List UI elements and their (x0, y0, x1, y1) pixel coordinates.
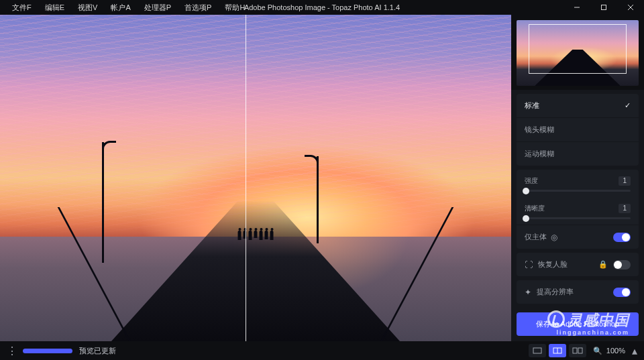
toggle-label: 提高分辨率 (537, 287, 574, 297)
preview-canvas[interactable] (0, 15, 511, 341)
svg-rect-1 (602, 5, 606, 10)
save-to-photoshop-button[interactable]: 保存 to Adobe Photoshop (517, 312, 639, 336)
subject-only-row: 仅主体 ◎ (517, 225, 639, 249)
face-detect-icon: ⛶ (525, 260, 533, 269)
zoom-control: 🔍 100% (593, 347, 625, 355)
svg-rect-7 (573, 348, 577, 353)
menu-preferences[interactable]: 首选项P (178, 0, 218, 15)
menu-processor[interactable]: 处理器P (138, 0, 178, 15)
more-menu-button[interactable]: ⋮ (7, 345, 16, 357)
recover-faces-row: ⛶ 恢复人脸 🔒 (517, 253, 639, 276)
view-split-button[interactable] (549, 344, 566, 357)
subject-only-toggle[interactable] (613, 233, 631, 242)
slider-knob[interactable] (523, 215, 529, 222)
side-panel: 标准 ✓ 镜头模糊 运动模糊 强度 1 清晰度 1 (511, 15, 644, 341)
minimize-button[interactable] (564, 0, 590, 15)
sparkle-icon: ✦ (525, 288, 531, 297)
menu-edit[interactable]: 编辑E (38, 0, 71, 15)
mode-label: 镜头模糊 (525, 125, 554, 135)
svg-rect-8 (578, 348, 582, 353)
bottom-bar: ⋮ 预览已更新 🔍 100% ▴ (0, 341, 644, 360)
navigator-viewport-frame[interactable] (529, 24, 627, 74)
navigator-thumbnail[interactable] (511, 15, 644, 90)
mode-lens-blur[interactable]: 镜头模糊 (517, 118, 639, 142)
svg-rect-4 (533, 348, 541, 353)
preview-image (0, 15, 511, 341)
target-icon: ◎ (551, 233, 557, 242)
mode-label: 运动模糊 (525, 149, 554, 159)
status-text: 预览已更新 (79, 346, 116, 356)
main-area: 标准 ✓ 镜头模糊 运动模糊 强度 1 清晰度 1 (0, 15, 644, 341)
view-single-button[interactable] (529, 344, 546, 357)
view-side-by-side-button[interactable] (569, 344, 586, 357)
menu-account[interactable]: 帐户A (104, 0, 137, 15)
maximize-button[interactable] (590, 0, 617, 15)
mode-label: 标准 (525, 101, 539, 111)
slider-knob[interactable] (523, 188, 529, 194)
clarity-slider[interactable]: 清晰度 1 (517, 197, 639, 225)
slider-label: 清晰度 (525, 204, 545, 213)
slider-value: 1 (619, 204, 631, 213)
toggle-label: 仅主体 (525, 232, 547, 242)
recover-faces-toggle[interactable] (613, 260, 631, 269)
collapse-panel-button[interactable]: ▴ (632, 345, 637, 357)
lock-icon: 🔒 (598, 260, 608, 269)
menu-bar: 文件F 编辑E 视图V 帐户A 处理器P 首选项P 帮助H (0, 0, 252, 15)
slider-value: 1 (619, 176, 631, 186)
mode-motion-blur[interactable]: 运动模糊 (517, 142, 639, 166)
zoom-icon[interactable]: 🔍 (593, 347, 602, 355)
close-button[interactable] (617, 0, 644, 15)
window-controls (564, 0, 644, 15)
window-title: Adobe Photoshop Image - Topaz Photo AI 1… (244, 3, 400, 11)
slider-label: 强度 (525, 176, 538, 186)
toggle-label: 恢复人脸 (538, 259, 568, 269)
comparison-split-handle[interactable] (246, 15, 246, 341)
menu-file[interactable]: 文件F (5, 0, 38, 15)
zoom-value[interactable]: 100% (606, 347, 625, 355)
view-mode-group (529, 344, 586, 357)
upscale-section: ✦ 提高分辨率 (517, 280, 639, 304)
progress-bar (23, 349, 72, 353)
sharpen-mode-list: 标准 ✓ 镜头模糊 运动模糊 (517, 94, 639, 166)
mode-standard[interactable]: 标准 ✓ (517, 94, 639, 118)
check-icon: ✓ (625, 101, 631, 110)
recover-faces-section: ⛶ 恢复人脸 🔒 (517, 253, 639, 276)
sliders-section: 强度 1 清晰度 1 仅主体 ◎ (517, 170, 639, 249)
strength-slider[interactable]: 强度 1 (517, 170, 639, 197)
upscale-toggle[interactable] (613, 288, 631, 297)
menu-view[interactable]: 视图V (71, 0, 104, 15)
upscale-row: ✦ 提高分辨率 (517, 280, 639, 304)
titlebar: 文件F 编辑E 视图V 帐户A 处理器P 首选项P 帮助H Adobe Phot… (0, 0, 644, 15)
